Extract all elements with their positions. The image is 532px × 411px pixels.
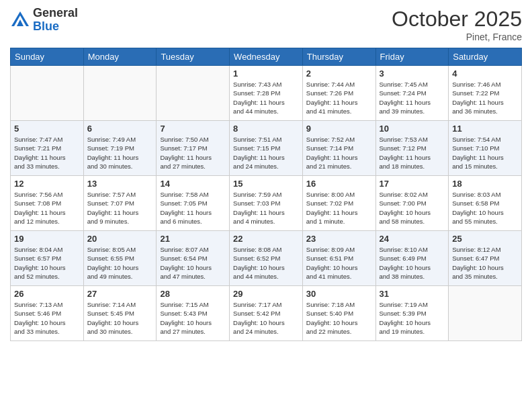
day-number: 27 (87, 289, 153, 299)
day-info: Sunrise: 8:12 AMSunset: 6:47 PMDaylight:… (452, 245, 518, 281)
calendar-cell: 9Sunrise: 7:52 AMSunset: 7:14 PMDaylight… (302, 121, 375, 176)
calendar-header-wednesday: Wednesday (230, 48, 303, 66)
day-number: 19 (14, 234, 80, 244)
calendar-cell: 21Sunrise: 8:07 AMSunset: 6:54 PMDayligh… (157, 231, 230, 286)
day-info: Sunrise: 7:52 AMSunset: 7:14 PMDaylight:… (306, 135, 372, 171)
calendar-header-row: SundayMondayTuesdayWednesdayThursdayFrid… (11, 48, 522, 66)
calendar-cell: 1Sunrise: 7:43 AMSunset: 7:28 PMDaylight… (230, 66, 303, 121)
calendar-week-row: 5Sunrise: 7:47 AMSunset: 7:21 PMDaylight… (11, 121, 522, 176)
day-number: 13 (87, 179, 153, 189)
location: Pinet, France (392, 32, 522, 42)
calendar-cell (83, 66, 157, 121)
logo: General Blue (10, 7, 78, 34)
day-info: Sunrise: 7:54 AMSunset: 7:10 PMDaylight:… (452, 135, 518, 171)
calendar-cell (11, 66, 84, 121)
day-number: 17 (380, 179, 445, 189)
day-info: Sunrise: 7:49 AMSunset: 7:19 PMDaylight:… (87, 135, 153, 171)
day-number: 4 (452, 68, 518, 79)
day-number: 9 (306, 124, 372, 134)
calendar-week-row: 1Sunrise: 7:43 AMSunset: 7:28 PMDaylight… (11, 66, 522, 121)
day-info: Sunrise: 7:53 AMSunset: 7:12 PMDaylight:… (380, 135, 445, 171)
day-info: Sunrise: 7:14 AMSunset: 5:45 PMDaylight:… (87, 300, 153, 336)
day-number: 12 (14, 179, 80, 189)
calendar-cell (157, 66, 230, 121)
calendar-cell: 18Sunrise: 8:03 AMSunset: 6:58 PMDayligh… (449, 176, 522, 231)
day-number: 2 (306, 68, 372, 79)
calendar-cell: 3Sunrise: 7:45 AMSunset: 7:24 PMDaylight… (375, 66, 449, 121)
calendar-cell: 31Sunrise: 7:19 AMSunset: 5:39 PMDayligh… (375, 286, 449, 341)
calendar-cell: 4Sunrise: 7:46 AMSunset: 7:22 PMDaylight… (449, 66, 522, 121)
day-info: Sunrise: 7:18 AMSunset: 5:40 PMDaylight:… (306, 300, 372, 336)
calendar-cell: 28Sunrise: 7:15 AMSunset: 5:43 PMDayligh… (157, 286, 230, 341)
day-info: Sunrise: 8:04 AMSunset: 6:57 PMDaylight:… (14, 245, 80, 281)
day-number: 6 (87, 124, 153, 134)
calendar-cell: 29Sunrise: 7:17 AMSunset: 5:42 PMDayligh… (230, 286, 303, 341)
calendar-cell: 26Sunrise: 7:13 AMSunset: 5:46 PMDayligh… (11, 286, 84, 341)
day-number: 23 (306, 234, 372, 244)
day-info: Sunrise: 7:51 AMSunset: 7:15 PMDaylight:… (233, 135, 299, 171)
day-number: 7 (160, 124, 226, 134)
calendar-cell: 14Sunrise: 7:58 AMSunset: 7:05 PMDayligh… (157, 176, 230, 231)
calendar-cell: 23Sunrise: 8:09 AMSunset: 6:51 PMDayligh… (302, 231, 375, 286)
calendar-header-sunday: Sunday (11, 48, 84, 66)
logo-general-text: General (33, 7, 78, 20)
day-info: Sunrise: 8:09 AMSunset: 6:51 PMDaylight:… (306, 245, 372, 281)
calendar-cell: 27Sunrise: 7:14 AMSunset: 5:45 PMDayligh… (83, 286, 157, 341)
calendar-cell: 2Sunrise: 7:44 AMSunset: 7:26 PMDaylight… (302, 66, 375, 121)
calendar-cell: 5Sunrise: 7:47 AMSunset: 7:21 PMDaylight… (11, 121, 84, 176)
calendar-week-row: 12Sunrise: 7:56 AMSunset: 7:08 PMDayligh… (11, 176, 522, 231)
month-title: October 2025 (392, 7, 522, 32)
calendar-header-thursday: Thursday (302, 48, 375, 66)
day-number: 18 (452, 179, 518, 189)
calendar-header-friday: Friday (375, 48, 449, 66)
calendar-cell: 6Sunrise: 7:49 AMSunset: 7:19 PMDaylight… (83, 121, 157, 176)
day-info: Sunrise: 7:15 AMSunset: 5:43 PMDaylight:… (160, 300, 226, 336)
day-number: 16 (306, 179, 372, 189)
day-number: 20 (87, 234, 153, 244)
day-number: 22 (233, 234, 299, 244)
title-area: October 2025 Pinet, France (392, 7, 522, 42)
day-number: 21 (160, 234, 226, 244)
calendar-header-saturday: Saturday (449, 48, 522, 66)
header: General Blue October 2025 Pinet, France (10, 7, 522, 42)
logo-blue-text: Blue (33, 20, 78, 34)
day-number: 24 (380, 234, 445, 244)
day-info: Sunrise: 7:13 AMSunset: 5:46 PMDaylight:… (14, 300, 80, 336)
page: General Blue October 2025 Pinet, France … (0, 0, 532, 411)
calendar-cell: 16Sunrise: 8:00 AMSunset: 7:02 PMDayligh… (302, 176, 375, 231)
day-number: 30 (306, 289, 372, 299)
calendar-header-monday: Monday (83, 48, 157, 66)
day-number: 31 (380, 289, 445, 299)
day-info: Sunrise: 7:59 AMSunset: 7:03 PMDaylight:… (233, 190, 299, 226)
day-number: 29 (233, 289, 299, 299)
calendar-week-row: 19Sunrise: 8:04 AMSunset: 6:57 PMDayligh… (11, 231, 522, 286)
day-info: Sunrise: 7:45 AMSunset: 7:24 PMDaylight:… (380, 80, 445, 116)
day-number: 3 (380, 68, 445, 79)
day-info: Sunrise: 8:02 AMSunset: 7:00 PMDaylight:… (380, 190, 445, 226)
day-info: Sunrise: 8:08 AMSunset: 6:52 PMDaylight:… (233, 245, 299, 281)
day-info: Sunrise: 8:00 AMSunset: 7:02 PMDaylight:… (306, 190, 372, 226)
day-number: 11 (452, 124, 518, 134)
calendar-cell: 19Sunrise: 8:04 AMSunset: 6:57 PMDayligh… (11, 231, 84, 286)
day-number: 26 (14, 289, 80, 299)
day-info: Sunrise: 7:44 AMSunset: 7:26 PMDaylight:… (306, 80, 372, 116)
calendar-cell: 11Sunrise: 7:54 AMSunset: 7:10 PMDayligh… (449, 121, 522, 176)
calendar-cell: 7Sunrise: 7:50 AMSunset: 7:17 PMDaylight… (157, 121, 230, 176)
calendar-cell: 17Sunrise: 8:02 AMSunset: 7:00 PMDayligh… (375, 176, 449, 231)
day-info: Sunrise: 7:46 AMSunset: 7:22 PMDaylight:… (452, 80, 518, 116)
day-info: Sunrise: 7:43 AMSunset: 7:28 PMDaylight:… (233, 80, 299, 116)
day-number: 28 (160, 289, 226, 299)
day-info: Sunrise: 7:47 AMSunset: 7:21 PMDaylight:… (14, 135, 80, 171)
logo-icon (10, 10, 30, 30)
day-number: 25 (452, 234, 518, 244)
calendar-cell: 10Sunrise: 7:53 AMSunset: 7:12 PMDayligh… (375, 121, 449, 176)
day-info: Sunrise: 7:50 AMSunset: 7:17 PMDaylight:… (160, 135, 226, 171)
day-number: 8 (233, 124, 299, 134)
calendar-cell: 22Sunrise: 8:08 AMSunset: 6:52 PMDayligh… (230, 231, 303, 286)
day-info: Sunrise: 7:19 AMSunset: 5:39 PMDaylight:… (380, 300, 445, 336)
calendar-cell: 20Sunrise: 8:05 AMSunset: 6:55 PMDayligh… (83, 231, 157, 286)
day-number: 14 (160, 179, 226, 189)
calendar-cell (449, 286, 522, 341)
calendar-cell: 13Sunrise: 7:57 AMSunset: 7:07 PMDayligh… (83, 176, 157, 231)
calendar-week-row: 26Sunrise: 7:13 AMSunset: 5:46 PMDayligh… (11, 286, 522, 341)
